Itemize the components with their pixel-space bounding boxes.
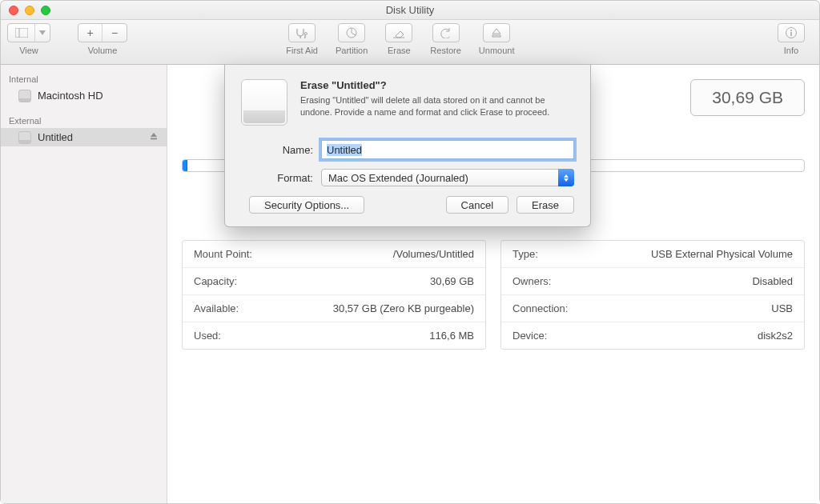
name-label: Name:	[241, 144, 313, 156]
name-input[interactable]	[321, 140, 574, 159]
info-tables: Mount Point:/Volumes/Untitled Capacity:3…	[182, 240, 805, 350]
select-arrows-icon	[558, 169, 574, 186]
erase-sheet: Erase "Untitled"? Erasing "Untitled" wil…	[224, 65, 591, 227]
toolbar-label: Unmount	[479, 46, 515, 55]
sheet-title: Erase "Untitled"?	[300, 79, 574, 91]
svg-rect-0	[15, 28, 28, 38]
sidebar-icon	[15, 28, 28, 38]
toolbar-info[interactable]: Info	[778, 23, 805, 55]
stethoscope-icon	[295, 27, 309, 38]
sidebar-item-label: Macintosh HD	[38, 90, 103, 102]
table-row: Capacity:30,69 GB	[183, 268, 485, 295]
usage-meter-used	[183, 160, 187, 171]
sidebar-header-internal: Internal	[1, 71, 167, 86]
table-row: Available:30,57 GB (Zero KB purgeable)	[183, 295, 485, 322]
toolbar-view-group: View	[7, 23, 50, 55]
view-button[interactable]	[7, 23, 50, 42]
sidebar-item-untitled[interactable]: Untitled	[1, 128, 167, 146]
table-row: Used:116,6 MB	[183, 322, 485, 349]
table-row: Mount Point:/Volumes/Untitled	[183, 241, 485, 268]
toolbar-label: Restore	[430, 46, 461, 55]
svg-rect-7	[492, 35, 500, 37]
svg-marker-6	[492, 29, 500, 34]
zoom-icon[interactable]	[41, 6, 50, 15]
volume-buttons[interactable]: + −	[78, 23, 127, 42]
toolbar-label: First Aid	[286, 46, 318, 55]
svg-marker-2	[39, 30, 46, 35]
svg-point-9	[790, 30, 792, 31]
sidebar: Internal Macintosh HD External Untitled	[1, 65, 167, 503]
toolbar-label: Volume	[88, 46, 118, 55]
svg-rect-12	[151, 138, 157, 140]
info-icon	[785, 26, 798, 39]
minimize-icon[interactable]	[25, 6, 34, 15]
format-select[interactable]: Mac OS Extended (Journaled)	[321, 169, 574, 186]
svg-marker-11	[151, 133, 157, 137]
toolbar-volume-group: + − Volume	[78, 23, 127, 55]
sidebar-header-external: External	[1, 113, 167, 128]
disk-icon	[18, 131, 31, 144]
titlebar: Disk Utility	[1, 1, 819, 20]
sidebar-item-macintosh-hd[interactable]: Macintosh HD	[1, 86, 167, 105]
toolbar-label: Partition	[336, 46, 368, 55]
minus-icon: −	[111, 26, 118, 39]
disk-utility-window: Disk Utility View + − Volume First Aid	[0, 0, 820, 504]
toolbar-restore[interactable]: Restore	[430, 23, 461, 55]
table-row: Owners:Disabled	[501, 268, 804, 295]
chevron-down-icon	[39, 30, 46, 35]
window-title: Disk Utility	[386, 4, 435, 16]
pie-icon	[345, 26, 358, 39]
close-icon[interactable]	[9, 6, 18, 15]
toolbar-label: Erase	[388, 46, 411, 55]
table-row: Device:disk2s2	[501, 322, 804, 349]
plus-icon: +	[86, 26, 93, 39]
toolbar-partition[interactable]: Partition	[336, 23, 368, 55]
svg-point-3	[305, 33, 308, 35]
drive-icon	[241, 79, 287, 126]
disk-icon	[18, 90, 31, 102]
toolbar-firstaid[interactable]: First Aid	[286, 23, 318, 55]
sidebar-item-label: Untitled	[38, 131, 73, 143]
security-options-button[interactable]: Security Options...	[249, 196, 364, 214]
toolbar-erase[interactable]: Erase	[385, 23, 412, 55]
toolbar-unmount[interactable]: Unmount	[479, 23, 515, 55]
cancel-button[interactable]: Cancel	[446, 196, 508, 214]
eject-icon[interactable]	[149, 131, 159, 143]
toolbar-label: View	[19, 46, 38, 55]
sheet-body: Erasing "Untitled" will delete all data …	[300, 94, 574, 118]
traffic-lights	[9, 6, 50, 15]
restore-icon	[440, 27, 452, 38]
eraser-icon	[392, 27, 406, 38]
toolbar: View + − Volume First Aid Partition Eras…	[1, 20, 819, 65]
capacity-badge: 30,69 GB	[690, 79, 805, 116]
format-label: Format:	[241, 172, 313, 184]
info-table-left: Mount Point:/Volumes/Untitled Capacity:3…	[182, 240, 486, 350]
table-row: Type:USB External Physical Volume	[501, 241, 804, 268]
erase-button[interactable]: Erase	[517, 196, 574, 214]
toolbar-label: Info	[784, 46, 798, 55]
format-select-value: Mac OS Extended (Journaled)	[321, 169, 574, 186]
info-table-right: Type:USB External Physical Volume Owners…	[500, 240, 805, 350]
eject-icon	[491, 27, 502, 38]
table-row: Connection:USB	[501, 295, 804, 322]
